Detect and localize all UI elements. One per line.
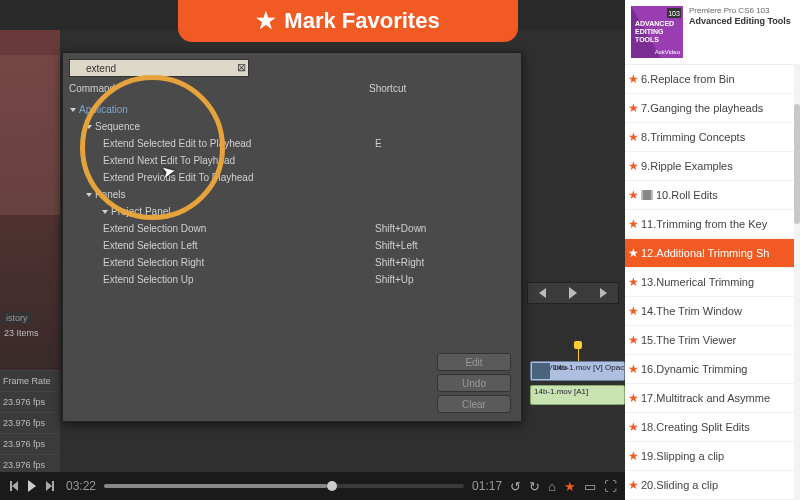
shortcut-row[interactable]: Extend Selection LeftShift+Left (69, 237, 515, 254)
shortcut-row[interactable]: Sequence (69, 118, 515, 135)
step-back-icon[interactable] (539, 288, 546, 298)
undo-button[interactable]: Undo (437, 374, 511, 392)
edit-button[interactable]: Edit (437, 353, 511, 371)
player-controls: 03:22 01:17 ↺ ↻ ⌂ ★ ▭ ⛶ (0, 472, 625, 500)
lesson-number: 19. (641, 450, 656, 462)
command-label: Extend Selection Left (103, 240, 198, 251)
lesson-item[interactable]: ★16. Dynamic Trimming (625, 355, 800, 384)
favorite-star-icon[interactable]: ★ (625, 246, 641, 260)
film-roll-icon (641, 190, 653, 200)
fullscreen-icon[interactable]: ⛶ (604, 479, 617, 494)
forward-icon[interactable]: ↻ (529, 479, 540, 494)
favorite-star-icon[interactable]: ★ (625, 275, 641, 289)
shortcut-row[interactable]: Extend Selection UpShift+Up (69, 271, 515, 288)
favorite-star-icon[interactable]: ★ (625, 333, 641, 347)
lesson-item[interactable]: ★20. Sliding a clip (625, 471, 800, 500)
lesson-item[interactable]: ★11. Trimming from the Key (625, 210, 800, 239)
shortcut-row[interactable]: Extend Previous Edit To Playhead (69, 169, 515, 186)
lesson-number: 9. (641, 160, 650, 172)
search-input[interactable] (69, 59, 249, 77)
course-thumbnail[interactable]: 103 ADVANCEDEDITING TOOLS AskVideo (631, 6, 683, 58)
lesson-item[interactable]: ★19. Slipping a clip (625, 442, 800, 471)
shortcut-row[interactable]: Extend Selection DownShift+Down (69, 220, 515, 237)
command-label: Sequence (95, 121, 140, 132)
seek-knob[interactable] (327, 481, 337, 491)
lesson-item[interactable]: ★14. The Trim Window (625, 297, 800, 326)
favorite-star-icon[interactable]: ★ (625, 130, 641, 144)
favorite-toggle-button[interactable]: ★ (564, 479, 576, 494)
lesson-item[interactable]: ★7. Ganging the playheads (625, 94, 800, 123)
lesson-title: The Trim Viewer (656, 334, 736, 346)
rewind-icon[interactable]: ↺ (510, 479, 521, 494)
lesson-title: Ganging the playheads (650, 102, 763, 114)
lesson-item[interactable]: ★10. Roll Edits (625, 181, 800, 210)
frame-rate-value: 23.976 fps (0, 454, 60, 472)
play-icon[interactable] (569, 287, 577, 299)
command-label: Application (79, 104, 128, 115)
shortcut-row[interactable]: Extend Selection RightShift+Right (69, 254, 515, 271)
clear-search-icon[interactable]: ⊠ (235, 61, 247, 73)
shortcut-row[interactable]: Extend Next Edit To Playhead (69, 152, 515, 169)
dialog-body: ApplicationSequenceExtend Selected Edit … (69, 101, 515, 371)
star-icon: ★ (256, 8, 276, 34)
playhead-icon[interactable] (578, 347, 579, 361)
shortcut-label: Shift+Up (375, 274, 515, 285)
lesson-item[interactable]: ★13. Numerical Trimming (625, 268, 800, 297)
favorite-star-icon[interactable]: ★ (625, 362, 641, 376)
seek-bar[interactable] (104, 484, 464, 488)
next-chapter-button[interactable] (42, 479, 58, 493)
command-label: Extend Previous Edit To Playhead (103, 172, 253, 183)
command-label: Project Panel (111, 206, 170, 217)
clear-button[interactable]: Clear (437, 395, 511, 413)
new-window-icon[interactable]: ▭ (584, 479, 596, 494)
dialog-header: Command Shortcut (69, 83, 515, 99)
lesson-title: Multitrack and Asymme (656, 392, 770, 404)
home-icon[interactable]: ⌂ (548, 479, 556, 494)
favorite-star-icon[interactable]: ★ (625, 391, 641, 405)
course-number-badge: 103 (667, 8, 681, 18)
lesson-title: Additional Trimming Sh (656, 247, 769, 259)
scrollbar-thumb[interactable] (794, 104, 800, 224)
lesson-number: 17. (641, 392, 656, 404)
shortcut-row[interactable]: Project Panel (69, 203, 515, 220)
lesson-item[interactable]: ★15. The Trim Viewer (625, 326, 800, 355)
favorite-star-icon[interactable]: ★ (625, 188, 641, 202)
audio-clip[interactable]: 14b-1.mov [A1] (530, 385, 625, 405)
lesson-number: 18. (641, 421, 656, 433)
command-label: Extend Selection Right (103, 257, 204, 268)
favorite-star-icon[interactable]: ★ (625, 449, 641, 463)
disclosure-triangle-icon[interactable] (70, 108, 76, 112)
sidebar-scrollbar[interactable] (794, 64, 800, 500)
play-button[interactable] (24, 479, 40, 493)
shortcut-row[interactable]: Panels (69, 186, 515, 203)
video-clip[interactable]: 14b-1.mov [V] Opacity:O AskVideo (530, 361, 625, 381)
favorite-star-icon[interactable]: ★ (625, 101, 641, 115)
favorite-star-icon[interactable]: ★ (625, 72, 641, 86)
video-frame: istory 23 Items Frame Rate 23.976 fps 23… (0, 0, 625, 472)
frame-rate-value: 23.976 fps (0, 412, 60, 433)
course-series: Premiere Pro CS6 103 (689, 6, 769, 15)
disclosure-triangle-icon[interactable] (102, 210, 108, 214)
favorite-star-icon[interactable]: ★ (625, 304, 641, 318)
disclosure-triangle-icon[interactable] (86, 193, 92, 197)
course-meta: Premiere Pro CS6 103 Advanced Editing To… (689, 6, 794, 58)
banner-text: Mark Favorites (284, 8, 439, 34)
disclosure-triangle-icon[interactable] (86, 125, 92, 129)
favorite-star-icon[interactable]: ★ (625, 420, 641, 434)
lesson-item[interactable]: ★12. Additional Trimming Sh (625, 239, 800, 268)
prev-chapter-button[interactable] (6, 479, 22, 493)
favorite-star-icon[interactable]: ★ (625, 217, 641, 231)
shortcut-row[interactable]: Application (69, 101, 515, 118)
favorite-star-icon[interactable]: ★ (625, 159, 641, 173)
lesson-item[interactable]: ★8. Trimming Concepts (625, 123, 800, 152)
shortcut-row[interactable]: Extend Selected Edit to PlayheadE (69, 135, 515, 152)
lesson-item[interactable]: ★18. Creating Split Edits (625, 413, 800, 442)
lesson-item[interactable]: ★6. Replace from Bin (625, 65, 800, 94)
lesson-item[interactable]: ★9. Ripple Examples (625, 152, 800, 181)
frame-rate-header: Frame Rate (0, 370, 60, 391)
step-forward-icon[interactable] (600, 288, 607, 298)
lesson-number: 15. (641, 334, 656, 346)
favorite-star-icon[interactable]: ★ (625, 478, 641, 492)
lesson-number: 10. (656, 189, 671, 201)
lesson-item[interactable]: ★17. Multitrack and Asymme (625, 384, 800, 413)
